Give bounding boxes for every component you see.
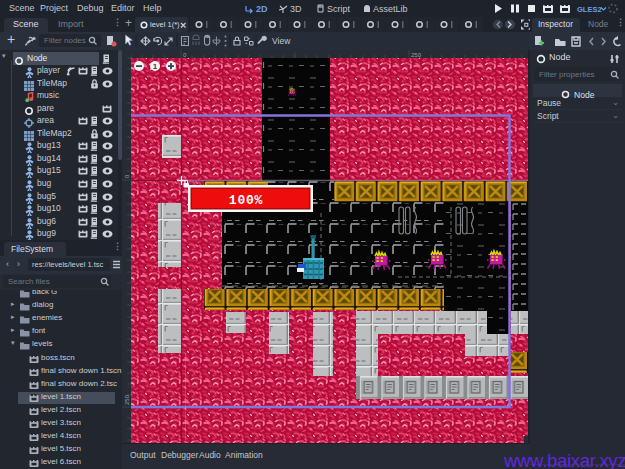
svg-text:Script: Script <box>327 4 351 14</box>
svg-text:1: 1 <box>153 62 158 71</box>
svg-text:2D: 2D <box>256 4 268 14</box>
svg-text:250: 250 <box>411 52 422 58</box>
svg-text:100%: 100% <box>229 193 263 208</box>
svg-text:3D: 3D <box>290 4 302 14</box>
svg-text:250: 250 <box>124 394 130 405</box>
svg-text:AssetLib: AssetLib <box>373 4 408 14</box>
svg-text:View: View <box>272 36 291 46</box>
svg-text:GLES2: GLES2 <box>577 5 602 14</box>
